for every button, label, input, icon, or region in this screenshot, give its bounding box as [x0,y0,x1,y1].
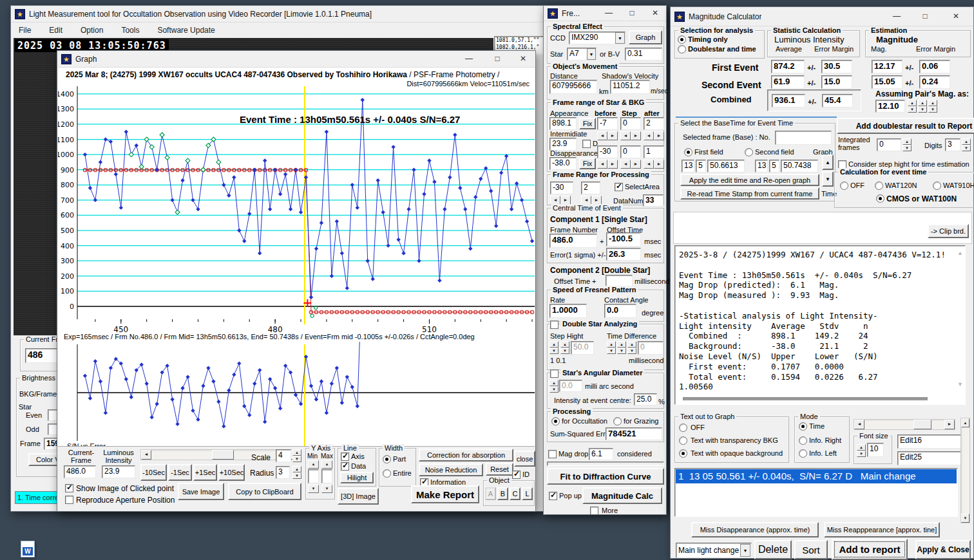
mode-info-left-radio[interactable] [799,449,807,458]
right-arrow-icon[interactable] [654,160,664,169]
left-arrow-icon[interactable] [620,160,631,169]
id-checkbox[interactable] [512,471,520,479]
grazing-radio[interactable] [613,417,622,425]
left-arrow-icon[interactable] [644,131,654,140]
time2-min-field[interactable]: 5 [769,160,779,173]
report-textarea[interactable]: 2025-3-8 / (24275)1999 XW167 / UCAC4 487… [674,245,966,405]
left-arrow-icon[interactable] [597,131,607,140]
ccd-dropdown-icon[interactable]: ▼ [615,32,625,44]
angular-field[interactable]: 0.0 [559,380,582,392]
delete-button[interactable]: Delete [754,540,792,559]
event-listbox[interactable]: 1 13 05 50.561 +/- 0.040s, S/N= 6.27 D M… [674,468,958,517]
time1-sec-field[interactable]: 50.6613 [707,160,745,173]
sort-button[interactable]: Sort [794,540,828,559]
td-spinner2[interactable] [617,341,626,354]
fre-maximize-button[interactable]: □ [624,6,640,21]
apply-close-button[interactable]: Apply & Close [915,540,971,559]
menu-tools[interactable]: Tools [120,24,140,37]
time1-hour-field[interactable]: 13 [682,160,694,173]
graph-close-button[interactable]: ✕ [513,51,533,67]
miss-disappearance-button[interactable]: Miss Disappearance (approx. time) [691,522,819,537]
entire-radio[interactable] [383,469,391,478]
mode-time-radio[interactable] [799,422,807,431]
timing-only-radio[interactable] [678,35,686,44]
dis-before-field[interactable]: -30 [597,145,618,158]
mag-hscrollbar[interactable] [854,419,955,430]
doublestar-time-radio[interactable] [678,45,686,53]
right-arrow-icon[interactable] [631,160,641,169]
menu-option[interactable]: Option [79,24,104,37]
left-arrow-icon[interactable] [644,160,654,169]
appearance-field[interactable]: 898.1 [549,117,577,130]
combined-err-field[interactable]: 45.4 [822,94,853,107]
time2-hour-field[interactable]: 13 [755,160,768,173]
right-arrow-icon[interactable] [591,196,602,205]
double-star-checkbox[interactable] [550,321,559,329]
intermidiate-field[interactable]: 23.9 [549,138,577,151]
report-scroll-up-icon[interactable]: ▲ [957,250,963,256]
appearance-fix-button[interactable]: Fix [579,118,596,129]
velocity-field[interactable]: 11051.2 [610,80,650,94]
ymin-down-button[interactable] [308,485,319,493]
assuming-spinners[interactable] [908,100,937,113]
occultation-radio[interactable] [551,417,560,425]
ymax-field[interactable] [321,469,332,483]
fre-close-button[interactable]: ✕ [647,6,664,21]
error-sigma-field[interactable]: 26.3 [606,248,641,261]
radius-field[interactable]: 3 [276,466,290,479]
right-arrow-icon[interactable] [631,131,641,140]
intensity-centre-field[interactable]: 25.0 [634,393,657,406]
data-checkbox[interactable] [341,462,349,471]
scrollbar-thumb[interactable] [212,450,234,460]
right-arrow-icon[interactable] [654,131,664,140]
dis-step-field[interactable]: 0 [620,145,641,158]
comp2-offset-field[interactable] [606,275,633,286]
graph-maximize-button[interactable]: □ [488,51,507,67]
mag-scrollbar-thumb[interactable] [913,420,931,429]
graph-minimize-button[interactable]: — [459,51,479,67]
menu-file[interactable]: File [17,24,32,37]
fit-diffraction-button[interactable]: Fit to Diffraction Curve [547,468,664,485]
copy-clipboard-button[interactable]: Copy to ClipBoard [228,483,301,500]
after-field[interactable]: 2 [644,117,664,130]
select-area-checkbox[interactable] [615,183,623,191]
current-frame-value-field[interactable]: 486.0 [64,465,96,478]
radius-spinner[interactable] [292,466,301,479]
second-magerr-field[interactable]: 0.24 [919,75,950,89]
report-hscrollbar[interactable] [683,397,928,400]
textout-off-radio[interactable] [679,424,687,432]
star-dropdown-icon[interactable]: ▼ [587,48,596,60]
step-field[interactable]: 0 [620,117,641,130]
more-checkbox[interactable] [590,507,598,515]
off-radio[interactable] [840,182,848,190]
plus-10sec-button[interactable]: +10Sec [218,464,245,481]
range-end-field[interactable]: 2 [581,182,600,194]
menu-edit[interactable]: Edit [48,24,64,37]
range-start-field[interactable]: -30 [550,182,573,194]
textout-transparent-radio[interactable] [679,436,687,445]
minus-10sec-button[interactable]: -10Sec [140,464,167,481]
step-spinner1[interactable] [549,341,559,354]
scroll-up-icon[interactable] [961,418,969,427]
time2-sec-field[interactable]: 50.7438 [781,160,818,173]
object-c-button[interactable]: C [510,487,520,500]
step-spinner2[interactable] [560,341,569,354]
correction-absorption-button[interactable]: Correction for absorption [419,449,513,462]
step-hight-field[interactable]: 50.0 [571,341,594,355]
3d-image-button[interactable]: [3D] Image [338,488,379,505]
scroll-left-icon[interactable] [141,450,151,460]
edit25-field[interactable]: Edit25 [897,451,964,465]
scroll-left-icon[interactable] [854,420,864,429]
wat120n-radio[interactable] [875,182,883,190]
event-frame-field[interactable]: 486.0 [549,234,597,248]
part-radio[interactable] [383,455,391,463]
offset-time-field[interactable]: -100.5 [606,232,641,247]
disappearance-fix-button[interactable]: Fix [579,158,596,169]
first-mag-field[interactable]: 12.17 [872,60,902,73]
time-diff-field[interactable]: 0 [638,341,664,355]
report-scroll-down-icon[interactable]: ▼ [957,381,963,387]
textout-opaque-radio[interactable] [679,449,687,458]
mag-vscrollbar[interactable] [960,418,970,523]
scale-field[interactable]: 4 [276,449,291,462]
first-err-field[interactable]: 30.5 [821,60,852,73]
